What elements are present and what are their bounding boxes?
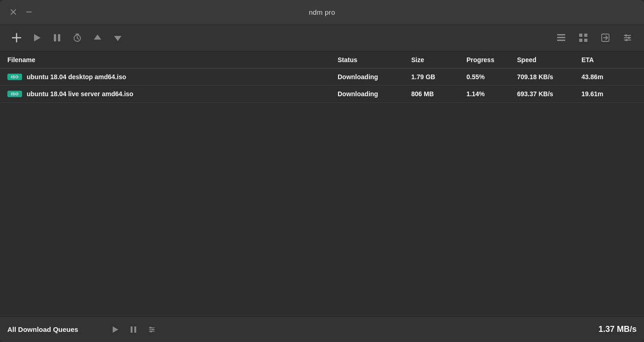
move-down-button[interactable] — [109, 29, 127, 47]
pause-button[interactable] — [48, 29, 66, 47]
add-icon — [12, 33, 22, 43]
settings-button[interactable] — [618, 29, 637, 47]
minimize-icon — [26, 9, 32, 15]
table-body: ISO ubuntu 18.04 desktop amd64.iso Downl… — [0, 69, 644, 316]
filename-2: ubuntu 18.04 live server amd64.iso — [27, 90, 133, 98]
svg-rect-30 — [131, 326, 132, 333]
svg-point-35 — [150, 326, 152, 328]
file-cell-1: ISO ubuntu 18.04 desktop amd64.iso — [7, 73, 338, 81]
timer-button[interactable] — [68, 29, 86, 47]
size-2: 806 MB — [411, 90, 466, 98]
svg-rect-14 — [557, 34, 565, 35]
close-icon — [11, 9, 16, 15]
title-bar: ndm pro — [0, 0, 644, 24]
status-play-icon — [111, 326, 119, 333]
col-size: Size — [411, 56, 466, 64]
settings-icon — [622, 33, 632, 43]
minimize-button[interactable] — [23, 6, 35, 18]
status-2: Downloading — [338, 90, 411, 98]
eta-1: 43.86m — [581, 73, 627, 81]
svg-point-37 — [150, 330, 152, 332]
col-speed: Speed — [517, 56, 581, 64]
window-controls — [7, 6, 35, 18]
svg-point-26 — [625, 34, 627, 36]
file-cell-2: ISO ubuntu 18.04 live server amd64.iso — [7, 90, 338, 98]
status-bar: All Download Queues — [0, 316, 644, 342]
export-button[interactable] — [596, 29, 615, 47]
svg-marker-5 — [34, 34, 40, 41]
status-settings-icon — [148, 325, 156, 334]
svg-rect-17 — [579, 34, 582, 37]
table-container: Filename Status Size Progress Speed ETA … — [0, 52, 644, 316]
status-pause-icon — [130, 326, 137, 333]
list-view-icon — [556, 33, 566, 43]
eta-2: 19.61m — [581, 90, 627, 98]
timer-icon — [73, 33, 82, 42]
col-status: Status — [338, 56, 411, 64]
size-1: 1.79 GB — [411, 73, 466, 81]
toolbar — [0, 24, 644, 52]
speed-1: 709.18 KB/s — [517, 73, 581, 81]
grid-view-icon — [578, 33, 588, 43]
speed-2: 693.37 KB/s — [517, 90, 581, 98]
iso-badge-2: ISO — [7, 91, 22, 97]
svg-marker-29 — [113, 326, 118, 333]
total-speed: 1.37 MB/s — [598, 325, 637, 334]
queue-label: All Download Queues — [7, 325, 99, 333]
col-eta: ETA — [581, 56, 627, 64]
close-button[interactable] — [7, 6, 19, 18]
status-pause-button[interactable] — [125, 321, 142, 338]
svg-rect-19 — [579, 39, 582, 42]
svg-line-10 — [77, 38, 79, 39]
play-icon — [32, 33, 41, 42]
svg-rect-20 — [584, 39, 587, 42]
pause-icon — [52, 33, 62, 42]
toolbar-left — [7, 29, 550, 47]
status-play-button[interactable] — [107, 321, 123, 338]
grid-view-button[interactable] — [574, 29, 592, 47]
col-progress: Progress — [466, 56, 517, 64]
status-settings-button[interactable] — [144, 321, 160, 338]
svg-point-28 — [626, 39, 628, 41]
move-down-icon — [113, 33, 122, 42]
svg-marker-13 — [114, 36, 121, 41]
svg-rect-16 — [557, 40, 565, 41]
progress-1: 0.55% — [466, 73, 517, 81]
svg-point-36 — [152, 328, 154, 330]
window-title: ndm pro — [309, 8, 335, 16]
app-window: ndm pro — [0, 0, 644, 342]
svg-rect-7 — [58, 34, 60, 41]
svg-rect-31 — [134, 326, 136, 333]
svg-rect-15 — [557, 37, 565, 38]
status-1: Downloading — [338, 73, 411, 81]
list-view-button[interactable] — [552, 29, 570, 47]
export-icon — [600, 33, 610, 43]
status-controls — [107, 321, 160, 338]
table-header: Filename Status Size Progress Speed ETA — [0, 52, 644, 69]
svg-rect-6 — [54, 34, 56, 41]
play-button[interactable] — [28, 29, 46, 47]
iso-badge-1: ISO — [7, 74, 22, 80]
move-up-icon — [93, 33, 102, 42]
table-row[interactable]: ISO ubuntu 18.04 desktop amd64.iso Downl… — [0, 69, 644, 86]
col-filename: Filename — [7, 56, 338, 64]
add-button[interactable] — [7, 29, 26, 47]
svg-point-27 — [628, 36, 630, 39]
progress-2: 1.14% — [466, 90, 517, 98]
svg-rect-18 — [584, 34, 587, 37]
table-row[interactable]: ISO ubuntu 18.04 live server amd64.iso D… — [0, 86, 644, 103]
move-up-button[interactable] — [88, 29, 107, 47]
toolbar-right — [552, 29, 637, 47]
col-extra — [627, 56, 637, 64]
filename-1: ubuntu 18.04 desktop amd64.iso — [27, 73, 126, 81]
svg-marker-12 — [94, 35, 101, 40]
